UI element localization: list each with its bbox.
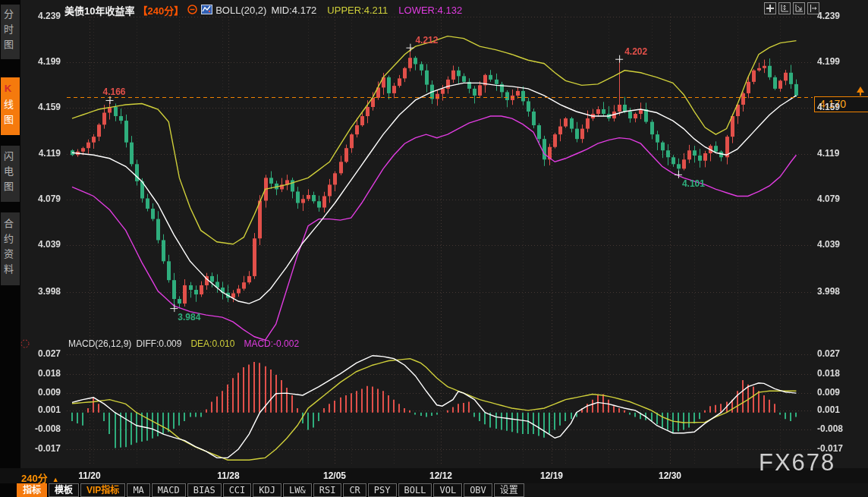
toolbar-button-KDJ[interactable]: KDJ [253,483,281,497]
chart-thumbnail-icon[interactable] [201,5,212,17]
toolbar-button-MACD[interactable]: MACD [152,483,186,497]
main-y-axis-label: 4.039 [0,239,61,250]
main-y-axis-label: 3.998 [0,286,61,297]
macd-y-axis-label: -0.008 [0,423,61,434]
boll-indicator-label: BOLL(20,2) [215,5,266,16]
main-y-axis-label: 4.239 [0,11,61,21]
macd-y-axis-label: 0.009 [817,387,840,398]
x-axis-date-label: 12/19 [529,470,574,481]
boll-upper-value: UPPER:4.211 [327,5,388,16]
indicator-toolbar: 指标模板VIP指标MAMACDBIASCCIKDJLW&RSICRPSYBOLL… [17,483,524,497]
main-y-axis-label: 4.199 [0,56,61,67]
macd-y-axis-label: 0.027 [817,348,840,359]
chevron-up-icon: ▲ [52,476,59,483]
macd-y-axis-label: 0.009 [0,387,61,398]
x-axis-date-label: 12/05 [312,470,357,481]
move-crosshair-icon[interactable] [764,2,776,14]
macd-hist-value: MACD:-0.002 [244,338,299,349]
macd-header: MACD(26,12,9)DIFF:0.009DEA:0.010MACD:-0.… [68,338,299,349]
macd-y-axis-label: 0.001 [817,404,840,415]
main-y-axis-label: 4.159 [0,102,61,112]
main-y-axis-label: 4.199 [817,56,840,67]
scale-vertical-icon[interactable] [778,2,791,14]
toolbar-button-VOL[interactable]: VOL [433,483,462,497]
toolbar-button-VIP指标[interactable]: VIP指标 [80,483,125,497]
chart-tool-icons [764,2,819,14]
toolbar-button-BIAS[interactable]: BIAS [187,483,222,497]
toolbar-button-LW&[interactable]: LW& [283,483,312,497]
toolbar-button-OBV[interactable]: OBV [464,483,492,497]
main-y-axis-label: 4.079 [817,193,840,204]
macd-y-axis-label: -0.008 [817,423,843,434]
fx678-watermark: FX678 [759,449,835,477]
macd-y-axis-label: 0.027 [0,348,61,359]
scale-diagonal-icon[interactable] [793,2,805,14]
boll-mid-value: MID:4.172 [271,5,316,16]
toolbar-button-MA[interactable]: MA [127,483,149,497]
trading-app-window: 分时图 K线图 闪电图 合约资料 美债10年收益率【240分】BOLL(20,2… [0,0,868,497]
macd-y-axis-label: -0.017 [0,443,61,454]
toolbar-button-PSY[interactable]: PSY [368,483,397,497]
macd-y-axis-label: 0.018 [0,368,61,379]
x-axis-date-label: 12/30 [647,470,693,481]
toolbar-button-指标[interactable]: 指标 [17,483,47,497]
x-axis-date-label: 11/28 [206,470,251,481]
period-selector-label: 240分 [21,473,48,484]
main-y-axis-label: 4.079 [0,193,61,204]
main-y-axis-label: 4.039 [817,239,840,250]
toolbar-button-CCI[interactable]: CCI [223,483,252,497]
x-axis-row: 240分▲ 11/2011/2812/0512/1212/1912/30 [0,468,868,483]
macd-formula-label: MACD(26,12,9) [68,338,131,349]
main-y-axis-label: 3.998 [817,286,840,297]
main-y-axis-label: 4.159 [817,102,840,112]
period-label: 【240分】 [137,5,184,17]
toolbar-button-RSI[interactable]: RSI [313,483,342,497]
toolbar-button-CR[interactable]: CR [343,483,366,497]
boll-lower-value: LOWER:4.132 [398,5,462,16]
toolbar-button-模板[interactable]: 模板 [49,483,79,497]
kline-k-letter: K [2,83,14,99]
main-y-axis-label: 4.119 [0,148,61,159]
toolbar-button-BOLL[interactable]: BOLL [398,483,432,497]
x-axis-date-label: 12/12 [418,470,464,481]
toolbar-button-设置[interactable]: 设置 [494,483,524,497]
macd-y-axis-label: 0.018 [817,368,840,379]
instrument-title: 美债10年收益率 [64,5,134,17]
chart-header: 美债10年收益率【240分】BOLL(20,2)MID:4.172UPPER:4… [64,3,462,15]
main-y-axis-label: 4.239 [817,11,840,21]
main-y-axis-label: 4.119 [817,148,839,159]
x-axis-date-label: 11/20 [67,470,112,481]
macd-y-axis-label: 0.001 [0,404,61,415]
candlestick-macd-chart-canvas[interactable] [0,0,868,497]
macd-dea-value: DEA:0.010 [190,338,234,349]
price-arrow-icon [857,87,864,93]
macd-diff-value: DIFF:0.009 [136,338,181,349]
collapse-circle-icon[interactable] [187,5,197,17]
